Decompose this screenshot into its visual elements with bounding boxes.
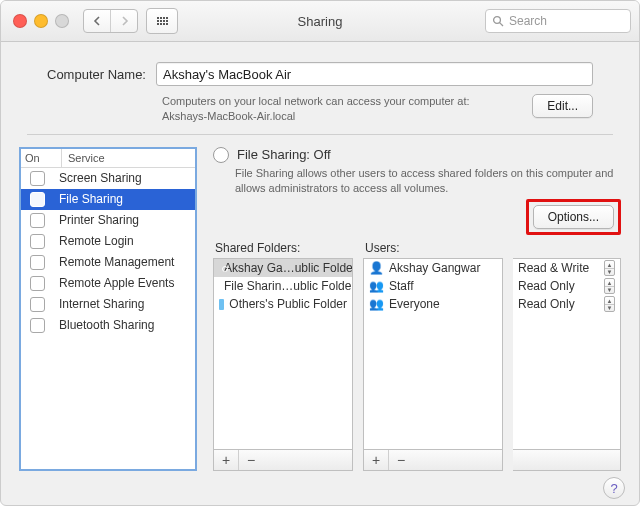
titlebar: Sharing Search: [1, 1, 639, 42]
footer: ?: [1, 481, 639, 505]
folder-name: Akshay Ga…ublic Folder: [224, 261, 352, 275]
folder-row[interactable]: File Sharin…ublic Folder: [214, 277, 352, 295]
service-row[interactable]: Screen Sharing: [21, 168, 195, 189]
permission-stepper[interactable]: ▲▼: [604, 278, 615, 294]
options-highlight: Options...: [526, 199, 621, 235]
forward-button[interactable]: [110, 10, 137, 32]
shared-folders-label: Shared Folders:: [215, 241, 353, 255]
user-row[interactable]: 👥Everyone: [364, 295, 502, 313]
content: Computer Name: Akshay's MacBook Air Comp…: [1, 42, 639, 481]
service-name: File Sharing: [53, 192, 195, 206]
services-list: Screen SharingFile SharingPrinter Sharin…: [21, 168, 195, 469]
status-row: File Sharing: Off: [213, 147, 621, 163]
permissions-toolbar: [513, 449, 621, 471]
permission-row[interactable]: Read & Write▲▼: [513, 259, 620, 277]
service-row[interactable]: Bluetooth Sharing: [21, 315, 195, 336]
search-placeholder: Search: [509, 14, 547, 28]
service-row[interactable]: File Sharing: [21, 189, 195, 210]
folder-icon: [219, 299, 224, 310]
service-checkbox[interactable]: [21, 171, 53, 186]
service-name: Bluetooth Sharing: [53, 318, 195, 332]
user-name: Everyone: [389, 297, 440, 311]
help-button[interactable]: ?: [603, 477, 625, 499]
folder-row[interactable]: Akshay Ga…ublic Folder: [214, 259, 352, 277]
permission-row[interactable]: Read Only▲▼: [513, 277, 620, 295]
users-toolbar: + −: [363, 449, 503, 471]
show-all-button[interactable]: [146, 8, 178, 34]
permissions-col: Read & Write▲▼Read Only▲▼Read Only▲▼: [513, 241, 621, 471]
service-checkbox[interactable]: [21, 276, 53, 291]
permissions-list[interactable]: Read & Write▲▼Read Only▲▼Read Only▲▼: [513, 258, 621, 449]
folder-name: File Sharin…ublic Folder: [224, 279, 352, 293]
services-header: On Service: [21, 149, 195, 168]
users-list[interactable]: 👤Akshay Gangwar👥Staff👥Everyone: [363, 258, 503, 449]
user-icon: 👥: [369, 280, 384, 292]
users-col: Users: 👤Akshay Gangwar👥Staff👥Everyone + …: [363, 241, 503, 471]
edit-button[interactable]: Edit...: [532, 94, 593, 118]
remove-folder-button[interactable]: −: [238, 450, 263, 470]
permission-stepper[interactable]: ▲▼: [604, 260, 615, 276]
remove-user-button[interactable]: −: [388, 450, 413, 470]
back-button[interactable]: [84, 10, 110, 32]
col-service[interactable]: Service: [62, 149, 195, 167]
search-icon: [492, 15, 504, 27]
users-label: Users:: [365, 241, 503, 255]
svg-point-0: [494, 17, 501, 24]
service-row[interactable]: Remote Management: [21, 252, 195, 273]
options-row: Options...: [213, 199, 621, 235]
user-row[interactable]: 👥Staff: [364, 277, 502, 295]
permission-label: Read & Write: [518, 261, 589, 275]
computer-name-row: Computer Name: Akshay's MacBook Air: [47, 62, 593, 86]
window-controls: [13, 14, 69, 28]
computer-name-field[interactable]: Akshay's MacBook Air: [156, 62, 593, 86]
zoom-icon: [55, 14, 69, 28]
service-checkbox[interactable]: [21, 213, 53, 228]
service-row[interactable]: Remote Apple Events: [21, 273, 195, 294]
options-button[interactable]: Options...: [533, 205, 614, 229]
permission-stepper[interactable]: ▲▼: [604, 296, 615, 312]
minimize-icon[interactable]: [34, 14, 48, 28]
permission-row[interactable]: Read Only▲▼: [513, 295, 620, 313]
user-icon: 👥: [369, 298, 384, 310]
folder-row[interactable]: Others's Public Folder: [214, 295, 352, 313]
service-detail: File Sharing: Off File Sharing allows ot…: [213, 147, 621, 471]
user-icon: 👤: [369, 262, 384, 274]
service-row[interactable]: Internet Sharing: [21, 294, 195, 315]
permissions-spacer: [515, 241, 621, 255]
computer-name-value: Akshay's MacBook Air: [163, 67, 291, 82]
status-title: File Sharing: Off: [237, 147, 331, 162]
service-checkbox[interactable]: [21, 318, 53, 333]
search-input[interactable]: Search: [485, 9, 631, 33]
svg-line-1: [500, 23, 503, 26]
preferences-window: Sharing Search Computer Name: Akshay's M…: [0, 0, 640, 506]
user-name: Akshay Gangwar: [389, 261, 480, 275]
add-folder-button[interactable]: +: [214, 450, 238, 470]
service-name: Printer Sharing: [53, 213, 195, 227]
service-name: Remote Apple Events: [53, 276, 195, 290]
grid-icon: [157, 17, 168, 25]
computer-name-hint: Computers on your local network can acce…: [162, 94, 522, 124]
service-row[interactable]: Remote Login: [21, 231, 195, 252]
enable-radio[interactable]: [213, 147, 229, 163]
service-checkbox[interactable]: [21, 297, 53, 312]
divider: [27, 134, 613, 135]
computer-name-subrow: Computers on your local network can acce…: [47, 94, 593, 124]
service-checkbox[interactable]: [21, 255, 53, 270]
close-icon[interactable]: [13, 14, 27, 28]
service-name: Remote Management: [53, 255, 195, 269]
columns: Shared Folders: Akshay Ga…ublic FolderFi…: [213, 241, 621, 471]
services-table[interactable]: On Service Screen SharingFile SharingPri…: [19, 147, 197, 471]
user-row[interactable]: 👤Akshay Gangwar: [364, 259, 502, 277]
service-row[interactable]: Printer Sharing: [21, 210, 195, 231]
add-user-button[interactable]: +: [364, 450, 388, 470]
shared-folders-list[interactable]: Akshay Ga…ublic FolderFile Sharin…ublic …: [213, 258, 353, 449]
permission-label: Read Only: [518, 297, 575, 311]
main-area: On Service Screen SharingFile SharingPri…: [19, 147, 621, 471]
shared-folders-col: Shared Folders: Akshay Ga…ublic FolderFi…: [213, 241, 353, 471]
folders-toolbar: + −: [213, 449, 353, 471]
col-on[interactable]: On: [21, 149, 62, 167]
service-checkbox[interactable]: [21, 234, 53, 249]
status-desc: File Sharing allows other users to acces…: [235, 166, 621, 196]
service-checkbox[interactable]: [21, 192, 53, 207]
user-name: Staff: [389, 279, 413, 293]
